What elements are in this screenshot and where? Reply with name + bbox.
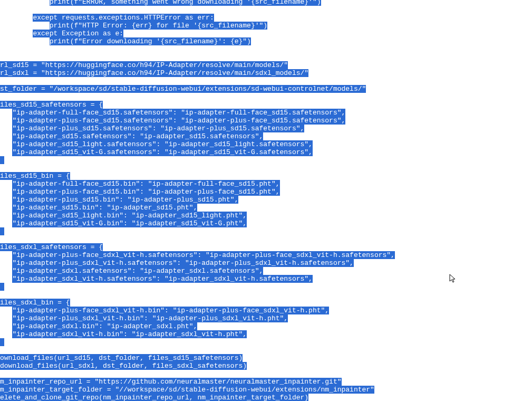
- selected-text[interactable]: st_folder = "/workspace/sd/stable-diffus…: [0, 85, 366, 93]
- code-line[interactable]: iles_sdxl_bin = {: [0, 299, 395, 307]
- code-line[interactable]: ownload_files(url_sd15, dst_folder, file…: [0, 354, 395, 362]
- selected-text[interactable]: ownload_files(url_sd15, dst_folder, file…: [0, 354, 243, 362]
- code-line[interactable]: [0, 235, 395, 243]
- code-line[interactable]: "ip-adapter-plus-face_sdxl_vit-h.safeten…: [0, 251, 395, 259]
- code-line[interactable]: [0, 283, 395, 291]
- code-line[interactable]: print(f"HTTP Error: {err} for file '{src…: [0, 22, 395, 30]
- selected-text[interactable]: iles_sd15_safetensors = {: [0, 101, 103, 109]
- code-line[interactable]: "ip-adapter-full-face_sd15.safetensors":…: [0, 109, 395, 117]
- code-line[interactable]: "ip-adapter-plus_sd15.safetensors": "ip-…: [0, 125, 395, 132]
- selected-text[interactable]: "ip-adapter-plus_sd15.safetensors": "ip-…: [12, 125, 304, 132]
- selected-text[interactable]: "ip-adapter_sd15_vit-G.safetensors": "ip…: [12, 148, 313, 156]
- selected-text[interactable]: m_inpainter_target_folder = "//workspace…: [0, 386, 374, 394]
- code-line[interactable]: iles_sd15_bin = {: [0, 172, 395, 180]
- code-line[interactable]: elete_and_clone_git_repo(nm_inpainter_re…: [0, 394, 395, 401]
- selected-text[interactable]: "ip-adapter-plus_sd15.bin": "ip-adapter-…: [12, 196, 238, 204]
- code-line[interactable]: "ip-adapter-plus-face_sdxl_vit-h.bin": "…: [0, 307, 395, 314]
- selected-text[interactable]: "ip-adapter-plus_sdxl_vit-h.bin": "ip-ad…: [12, 314, 288, 322]
- code-line[interactable]: print(f"ERROR, something went wrong down…: [0, 0, 395, 6]
- selected-text[interactable]: "ip-adapter-plus_sdxl_vit-h.safetensors"…: [12, 259, 354, 267]
- code-line[interactable]: "ip-adapter_sd15_vit-G.safetensors": "ip…: [0, 148, 395, 156]
- code-line[interactable]: m_inpainter_repo_url = "https://github.c…: [0, 378, 395, 386]
- selected-text[interactable]: iles_sdxl_safetensors = {: [0, 243, 103, 251]
- code-line[interactable]: rl_sd15 = "https://huggingface.co/h94/IP…: [0, 61, 395, 69]
- code-line[interactable]: "ip-adapter_sd15_light.bin": "ip-adapter…: [0, 212, 395, 219]
- selected-text[interactable]: elete_and_clone_git_repo(nm_inpainter_re…: [0, 394, 308, 401]
- code-line[interactable]: download_files(url_sdxl, dst_folder, fil…: [0, 362, 395, 370]
- code-line[interactable]: [0, 164, 395, 172]
- code-line[interactable]: "ip-adapter_sd15.bin": "ip-adapter_sd15.…: [0, 204, 395, 212]
- selected-text[interactable]: m_inpainter_repo_url = "https://github.c…: [0, 378, 342, 386]
- code-line[interactable]: [0, 338, 395, 346]
- code-line[interactable]: [0, 6, 395, 14]
- code-line[interactable]: rl_sdxl = "https://huggingface.co/h94/IP…: [0, 69, 395, 77]
- code-line[interactable]: [0, 227, 395, 235]
- code-line[interactable]: "ip-adapter_sdxl_vit-h.bin": "ip-adapter…: [0, 330, 395, 338]
- selected-text[interactable]: print(f"HTTP Error: {err} for file '{src…: [50, 22, 267, 30]
- code-line[interactable]: st_folder = "/workspace/sd/stable-diffus…: [0, 85, 395, 93]
- code-line[interactable]: [0, 77, 395, 85]
- code-line[interactable]: "ip-adapter_sd15_light.safetensors": "ip…: [0, 140, 395, 148]
- selected-text[interactable]: "ip-adapter-full-face_sd15.bin": "ip-ada…: [12, 180, 279, 188]
- code-line[interactable]: m_inpainter_target_folder = "//workspace…: [0, 386, 395, 394]
- code-line[interactable]: "ip-adapter_sdxl.bin": "ip-adapter_sdxl.…: [0, 322, 395, 330]
- selected-text[interactable]: "ip-adapter_sd15_light.bin": "ip-adapter…: [12, 212, 247, 219]
- code-line[interactable]: "ip-adapter-plus-face_sd15.bin": "ip-ada…: [0, 188, 395, 196]
- selected-text[interactable]: "ip-adapter-plus-face_sd15.safetensors":…: [12, 117, 345, 125]
- code-line[interactable]: "ip-adapter-full-face_sd15.bin": "ip-ada…: [0, 180, 395, 188]
- selected-text[interactable]: iles_sdxl_bin = {: [0, 299, 70, 307]
- selected-text[interactable]: "ip-adapter_sd15.bin": "ip-adapter_sd15.…: [12, 204, 197, 212]
- selected-text[interactable]: "ip-adapter_sd15_light.safetensors": "ip…: [12, 140, 313, 148]
- selected-text[interactable]: print(f"ERROR, something went wrong down…: [50, 0, 321, 6]
- selected-text[interactable]: "ip-adapter_sdxl_vit-h.bin": "ip-adapter…: [12, 330, 247, 338]
- code-line[interactable]: "ip-adapter-plus_sdxl_vit-h.bin": "ip-ad…: [0, 314, 395, 322]
- selected-text[interactable]: print(f"Error downloading '{src_filename…: [50, 37, 251, 45]
- code-line[interactable]: iles_sdxl_safetensors = {: [0, 243, 395, 251]
- code-line[interactable]: "ip-adapter_sdxl.safetensors": "ip-adapt…: [0, 267, 395, 275]
- selected-text[interactable]: iles_sd15_bin = {: [0, 172, 70, 180]
- code-line[interactable]: [0, 346, 395, 354]
- selected-text[interactable]: "ip-adapter-plus-face_sdxl_vit-h.safeten…: [12, 251, 395, 259]
- code-line[interactable]: [0, 156, 395, 164]
- selected-text[interactable]: "ip-adapter-plus-face_sdxl_vit-h.bin": "…: [12, 307, 329, 314]
- mouse-cursor-icon: [449, 274, 458, 282]
- code-line[interactable]: except Exception as e:: [0, 30, 395, 37]
- selected-text[interactable]: "ip-adapter-full-face_sd15.safetensors":…: [12, 109, 345, 117]
- code-line[interactable]: "ip-adapter-plus_sd15.bin": "ip-adapter-…: [0, 196, 395, 204]
- selected-text[interactable]: "ip-adapter_sdxl.safetensors": "ip-adapt…: [12, 267, 263, 275]
- code-line[interactable]: print(f"Error downloading '{src_filename…: [0, 37, 395, 45]
- code-line[interactable]: "ip-adapter-plus-face_sd15.safetensors":…: [0, 117, 395, 125]
- selected-text[interactable]: rl_sd15 = "https://huggingface.co/h94/IP…: [0, 61, 288, 69]
- code-line[interactable]: "ip-adapter_sdxl_vit-h.safetensors": "ip…: [0, 275, 395, 283]
- selected-text[interactable]: "ip-adapter_sdxl.bin": "ip-adapter_sdxl.…: [12, 322, 197, 330]
- code-line[interactable]: [0, 370, 395, 378]
- selected-text[interactable]: "ip-adapter_sd15_vit-G.bin": "ip-adapter…: [12, 219, 247, 227]
- code-line[interactable]: [0, 53, 395, 61]
- selected-text[interactable]: download_files(url_sdxl, dst_folder, fil…: [0, 362, 247, 370]
- code-line[interactable]: [0, 93, 395, 101]
- selected-text[interactable]: "ip-adapter_sdxl_vit-h.safetensors": "ip…: [12, 275, 313, 283]
- selected-text[interactable]: except Exception as e:: [33, 30, 123, 37]
- code-line[interactable]: iles_sd15_safetensors = {: [0, 101, 395, 109]
- code-line[interactable]: except requests.exceptions.HTTPError as …: [0, 14, 395, 22]
- code-editor-selection[interactable]: print(f"ERROR, something went wrong down…: [0, 0, 395, 401]
- code-line[interactable]: "ip-adapter_sd15_vit-G.bin": "ip-adapter…: [0, 219, 395, 227]
- code-line[interactable]: "ip-adapter_sd15.safetensors": "ip-adapt…: [0, 132, 395, 140]
- selected-text[interactable]: rl_sdxl = "https://huggingface.co/h94/IP…: [0, 69, 308, 77]
- selected-text[interactable]: "ip-adapter_sd15.safetensors": "ip-adapt…: [12, 132, 263, 140]
- selected-text[interactable]: except requests.exceptions.HTTPError as …: [33, 14, 214, 22]
- code-line[interactable]: [0, 291, 395, 299]
- code-line[interactable]: "ip-adapter-plus_sdxl_vit-h.safetensors"…: [0, 259, 395, 267]
- selected-text[interactable]: "ip-adapter-plus-face_sd15.bin": "ip-ada…: [12, 188, 279, 196]
- code-line[interactable]: [0, 45, 395, 53]
